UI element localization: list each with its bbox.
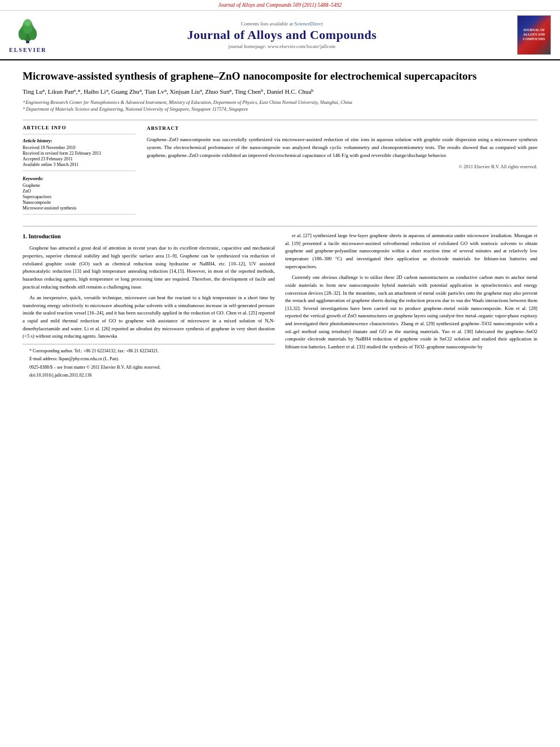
corresponding-author-note: * Corresponding author. Tel.: +86 21 622… <box>23 348 275 355</box>
info-divider-bot <box>23 214 135 215</box>
article-info-heading: ARTICLE INFO <box>23 125 135 130</box>
intro-para-2: As an inexpensive, quick, versatile tech… <box>23 294 275 340</box>
body-divider <box>23 226 537 226</box>
history-label: Article history: <box>23 138 135 143</box>
article-info-panel: ARTICLE INFO Article history: Received 1… <box>23 125 135 218</box>
keyword-4: Nanocomposite <box>23 200 135 205</box>
body-col-left: 1. Introduction Graphene has attracted a… <box>23 232 275 380</box>
copyright-line: © 2011 Elsevier B.V. All rights reserved… <box>147 163 537 171</box>
available-date: Available online 3 March 2011 <box>23 162 135 167</box>
keyword-1: Graphene <box>23 183 135 188</box>
accepted-date: Accepted 23 February 2011 <box>23 156 135 161</box>
info-abstract-section: ARTICLE INFO Article history: Received 1… <box>23 125 537 218</box>
body-columns: 1. Introduction Graphene has attracted a… <box>23 232 537 380</box>
article-title: Microwave-assisted synthesis of graphene… <box>23 69 537 84</box>
affiliation-b: ᵇ Department of Materials Science and En… <box>23 106 537 113</box>
main-content: Microwave-assisted synthesis of graphene… <box>0 60 560 390</box>
affiliations: ᵃ Engineering Research Center for Nanoph… <box>23 99 537 113</box>
journal-citation-bar: Journal of Alloys and Compounds 509 (201… <box>0 0 560 11</box>
svg-point-5 <box>24 19 32 26</box>
keywords-label: Keywords: <box>23 176 135 181</box>
journal-title: Journal of Alloys and Compounds <box>47 28 517 42</box>
journal-header: ELSEVIER Contents lists available at Sci… <box>0 11 560 60</box>
journal-cover-thumbnail: JOURNAL OF ALLOYS AND COMPOUNDS <box>517 15 551 55</box>
journal-header-center: Contents lists available at ScienceDirec… <box>47 21 517 49</box>
keyword-2: ZnO <box>23 189 135 194</box>
authors: Ting Luᵃ, Likun Panᵃ,*, Haibo Liᵃ, Guang… <box>23 88 537 95</box>
keyword-5: Microwave-assisted synthesis <box>23 206 135 211</box>
revised-date: Received in revised form 22 February 201… <box>23 151 135 156</box>
body-col-right: et al. [27] synthesized large few-layer … <box>285 232 537 380</box>
introduction-heading: 1. Introduction <box>23 232 275 241</box>
doi-note: doi:10.1016/j.jallcom.2011.02.136 <box>23 372 275 379</box>
keyword-3: Supercapacitors <box>23 194 135 199</box>
abstract-heading: ABSTRACT <box>147 125 537 133</box>
cover-text: JOURNAL OF ALLOYS AND COMPOUNDS <box>520 28 548 41</box>
sciencedirect-link[interactable]: Contents lists available at ScienceDirec… <box>47 21 517 27</box>
footnotes: * Corresponding author. Tel.: +86 21 622… <box>23 344 275 379</box>
header-divider <box>23 120 537 120</box>
intro-para-4: Currently one obvious challenge is to ut… <box>285 274 537 351</box>
email-note: E-mail address: lkpan@phy.ecnu.edu.cn (L… <box>23 356 275 362</box>
intro-para-1: Graphene has attracted a great deal of a… <box>23 244 275 291</box>
sciencedirect-anchor[interactable]: ScienceDirect <box>294 21 322 27</box>
info-divider-mid <box>23 171 135 171</box>
elsevier-logo: ELSEVIER <box>9 18 47 53</box>
elsevier-tree-icon <box>14 18 42 46</box>
issn-note: 0925-8388/$ – see front matter © 2011 El… <box>23 364 275 371</box>
intro-para-3: et al. [27] synthesized large few-layer … <box>285 232 537 270</box>
affiliation-a: ᵃ Engineering Research Center for Nanoph… <box>23 99 537 106</box>
abstract-text: Graphene–ZnO nanocomposite was successfu… <box>147 136 537 160</box>
journal-citation-text: Journal of Alloys and Compounds 509 (201… <box>218 2 342 8</box>
author-list: Ting Luᵃ, Likun Panᵃ,*, Haibo Liᵃ, Guang… <box>23 88 314 95</box>
journal-homepage: journal homepage: www.elsevier.com/locat… <box>47 43 517 49</box>
info-divider-top <box>23 134 135 134</box>
received-date: Received 19 November 2010 <box>23 145 135 150</box>
elsevier-brand-name: ELSEVIER <box>9 47 47 53</box>
abstract-panel: ABSTRACT Graphene–ZnO nanocomposite was … <box>147 125 537 218</box>
